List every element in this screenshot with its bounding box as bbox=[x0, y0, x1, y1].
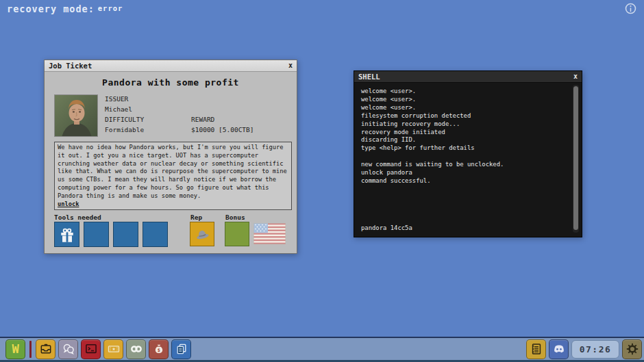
shell-line: type <help> for further details bbox=[361, 144, 567, 153]
issuer-avatar bbox=[54, 94, 98, 137]
tool-slot-gift[interactable] bbox=[54, 222, 79, 247]
shell-titlebar[interactable]: SHELL x bbox=[354, 71, 582, 83]
job-ticket-title: Job Ticket bbox=[49, 62, 92, 70]
status-label: recovery mode: bbox=[7, 3, 95, 14]
terminal-icon bbox=[84, 342, 98, 356]
issuer-label: ISSUER bbox=[105, 96, 128, 103]
ticket-button[interactable] bbox=[103, 339, 123, 359]
ticket-icon bbox=[107, 342, 121, 356]
chat-button[interactable] bbox=[58, 339, 78, 359]
inbox-button[interactable] bbox=[36, 339, 55, 359]
w-logo-button[interactable]: W bbox=[5, 339, 25, 359]
terminal-button[interactable] bbox=[81, 339, 101, 359]
tools-needed-label: Tools needed bbox=[54, 214, 101, 221]
infinity-button[interactable] bbox=[126, 339, 146, 359]
money-bag-button[interactable]: $ bbox=[149, 339, 169, 359]
shell-line: welcome <user>. bbox=[361, 96, 567, 104]
discord-button[interactable] bbox=[549, 339, 569, 359]
scrollbar-thumb[interactable] bbox=[573, 86, 578, 230]
tool-slot-empty-1[interactable] bbox=[84, 222, 109, 247]
desktop: recovery mode:error Job Ticket x Pandora… bbox=[0, 0, 644, 362]
job-ticket-window: Job Ticket x Pandora with some profit bbox=[44, 60, 297, 254]
notes-button[interactable] bbox=[526, 339, 546, 359]
settings-button[interactable] bbox=[622, 339, 642, 359]
inbox-icon bbox=[39, 342, 53, 356]
gear-icon bbox=[626, 342, 639, 356]
shell-title: SHELL bbox=[358, 73, 380, 81]
issuer-name: Michael bbox=[105, 106, 132, 113]
scrollbar-track[interactable] bbox=[573, 85, 579, 233]
shell-terminal[interactable]: welcome <user>. welcome <user>. welcome … bbox=[354, 83, 582, 237]
us-flag-icon bbox=[253, 223, 286, 244]
rep-indicator bbox=[190, 222, 214, 246]
close-icon[interactable]: x bbox=[288, 62, 293, 69]
shell-line: unlock pandora bbox=[361, 169, 567, 177]
taskbar-right-group: 07:26 bbox=[526, 339, 642, 359]
difficulty-value: Formidable bbox=[105, 127, 144, 133]
chat-bubbles-icon bbox=[62, 342, 75, 356]
shell-prompt[interactable]: pandora 14cc5a bbox=[361, 224, 412, 231]
money-bag-icon: $ bbox=[152, 342, 166, 356]
taskbar-left-group: W bbox=[5, 339, 191, 359]
w-logo-icon: W bbox=[12, 344, 18, 355]
tool-slot-empty-2[interactable] bbox=[113, 222, 138, 247]
shell-line: welcome <user>. bbox=[361, 88, 567, 96]
discord-icon bbox=[552, 341, 567, 357]
reward-value: $10000 [5.00CTB] bbox=[191, 127, 254, 133]
copy-pages-icon bbox=[175, 342, 188, 356]
taskbar-clock: 07:26 bbox=[571, 340, 619, 359]
reward-label: REWARD bbox=[191, 116, 214, 123]
shell-window: SHELL x welcome <user>. welcome <user>. … bbox=[354, 70, 582, 237]
unlock-link[interactable]: unlock bbox=[58, 201, 79, 209]
shell-line: command successful. bbox=[361, 177, 567, 185]
notes-icon bbox=[530, 342, 543, 356]
taskbar: W bbox=[0, 337, 644, 362]
ticket-description: We have no idea how Pandora works, but I… bbox=[54, 142, 292, 210]
description-text: We have no idea how Pandora works, but I… bbox=[58, 144, 287, 199]
shell-line bbox=[361, 153, 567, 161]
status-value: error bbox=[98, 4, 123, 12]
info-icon[interactable] bbox=[625, 3, 636, 14]
taskbar-divider bbox=[29, 341, 32, 358]
copy-button[interactable] bbox=[171, 339, 191, 359]
rep-label: Rep bbox=[190, 214, 202, 221]
ticket-heading: Pandora with some profit bbox=[45, 77, 297, 88]
svg-text:$: $ bbox=[157, 347, 160, 353]
job-ticket-titlebar[interactable]: Job Ticket x bbox=[45, 60, 297, 72]
difficulty-label: DIFFICULTY bbox=[105, 116, 144, 123]
bonus-label: Bonus bbox=[225, 214, 245, 221]
shell-line: recovery mode initiated bbox=[361, 129, 567, 137]
gift-icon bbox=[58, 225, 77, 244]
bonus-indicator bbox=[225, 222, 249, 246]
recovery-mode-status: recovery mode:error bbox=[7, 3, 123, 14]
tool-slot-empty-3[interactable] bbox=[143, 222, 168, 247]
close-icon[interactable]: x bbox=[573, 73, 578, 80]
shell-output: welcome <user>. welcome <user>. welcome … bbox=[354, 83, 582, 185]
fedora-hat-icon bbox=[193, 225, 211, 243]
shell-line: welcome <user>. bbox=[361, 104, 567, 112]
shell-line: filesystem corruption detected bbox=[361, 112, 567, 120]
shell-line: new command is waiting to be unclocked. bbox=[361, 161, 567, 169]
shell-line: discarding IID. bbox=[361, 136, 567, 144]
shell-line: initiating recovery mode... bbox=[361, 120, 567, 129]
infinity-icon bbox=[129, 342, 143, 356]
